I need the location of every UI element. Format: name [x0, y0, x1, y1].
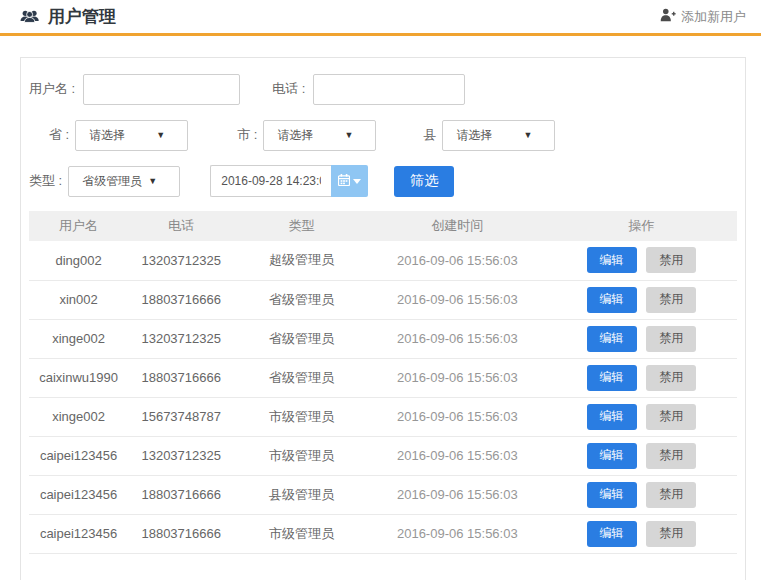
cell-username: ding002: [29, 241, 128, 280]
cell-actions: 编辑 禁用: [546, 514, 737, 553]
cell-actions: 编辑 禁用: [546, 280, 737, 319]
cell-actions: 编辑 禁用: [546, 436, 737, 475]
table-row: caixinwu1990 18803716666 省级管理员 2016-09-0…: [29, 358, 737, 397]
county-label: 县: [423, 126, 436, 144]
table-row: ding002 13203712325 超级管理员 2016-09-06 15:…: [29, 241, 737, 280]
edit-button[interactable]: 编辑: [587, 443, 637, 469]
cell-actions: 编辑 禁用: [546, 358, 737, 397]
cell-username: caipei123456: [29, 475, 128, 514]
chevron-down-icon: [353, 179, 361, 184]
city-label: 市 :: [237, 126, 257, 144]
cell-username: caipei123456: [29, 436, 128, 475]
cell-phone: 13203712325: [128, 436, 234, 475]
disable-button[interactable]: 禁用: [646, 521, 696, 547]
type-select-value: 省级管理员: [69, 173, 142, 190]
cell-username: caipei123456: [29, 514, 128, 553]
county-select[interactable]: 请选择 ▼: [442, 120, 555, 151]
chevron-down-icon: ▼: [524, 130, 533, 140]
table-row: caipei123456 13203712325 市级管理员 2016-09-0…: [29, 436, 737, 475]
edit-button[interactable]: 编辑: [587, 521, 637, 547]
cell-phone: 13203712325: [128, 319, 234, 358]
cell-actions: 编辑 禁用: [546, 241, 737, 280]
cell-created-time: 2016-09-06 15:56:03: [369, 514, 546, 553]
disable-button[interactable]: 禁用: [646, 365, 696, 391]
filter-button[interactable]: 筛选: [394, 166, 454, 197]
phone-input[interactable]: [313, 74, 465, 105]
cell-type: 省级管理员: [234, 280, 369, 319]
edit-button[interactable]: 编辑: [587, 247, 637, 273]
chevron-down-icon: ▼: [148, 176, 157, 186]
table-row: xin002 18803716666 省级管理员 2016-09-06 15:5…: [29, 280, 737, 319]
table-row: xinge002 15673748787 市级管理员 2016-09-06 15…: [29, 397, 737, 436]
cell-created-time: 2016-09-06 15:56:03: [369, 358, 546, 397]
username-label: 用户名 :: [29, 80, 75, 98]
disable-button[interactable]: 禁用: [646, 247, 696, 273]
filter-row-3: 类型 : 省级管理员 ▼: [29, 165, 737, 197]
disable-button[interactable]: 禁用: [646, 482, 696, 508]
cell-phone: 13203712325: [128, 241, 234, 280]
col-header-username: 用户名: [29, 211, 128, 241]
cell-type: 市级管理员: [234, 436, 369, 475]
cell-type: 省级管理员: [234, 319, 369, 358]
username-input[interactable]: [83, 74, 240, 105]
cell-username: xinge002: [29, 397, 128, 436]
filter-row-1: 用户名 : 电话 :: [29, 73, 737, 105]
table-body: ding002 13203712325 超级管理员 2016-09-06 15:…: [29, 241, 737, 553]
type-label: 类型 :: [29, 172, 62, 190]
cell-created-time: 2016-09-06 15:56:03: [369, 280, 546, 319]
page-title: 用户管理: [48, 5, 116, 28]
filter-form: 用户名 : 电话 : 省 : 请选择 ▼ 市 : 请选择 ▼ 县 请选择 ▼ 类…: [21, 58, 745, 197]
col-header-type: 类型: [234, 211, 369, 241]
cell-phone: 18803716666: [128, 358, 234, 397]
cell-actions: 编辑 禁用: [546, 319, 737, 358]
table-header-row: 用户名 电话 类型 创建时间 操作: [29, 211, 737, 241]
disable-button[interactable]: 禁用: [646, 443, 696, 469]
col-header-actions: 操作: [546, 211, 737, 241]
city-select[interactable]: 请选择 ▼: [263, 120, 376, 151]
accent-divider: [0, 33, 761, 36]
edit-button[interactable]: 编辑: [587, 404, 637, 430]
cell-phone: 18803716666: [128, 280, 234, 319]
col-header-created: 创建时间: [369, 211, 546, 241]
filter-row-2: 省 : 请选择 ▼ 市 : 请选择 ▼ 县 请选择 ▼: [29, 119, 737, 151]
phone-label: 电话 :: [272, 80, 305, 98]
cell-created-time: 2016-09-06 15:56:03: [369, 475, 546, 514]
edit-button[interactable]: 编辑: [587, 482, 637, 508]
province-select[interactable]: 请选择 ▼: [75, 120, 188, 151]
table-row: xinge002 13203712325 省级管理员 2016-09-06 15…: [29, 319, 737, 358]
province-label: 省 :: [49, 126, 69, 144]
province-select-value: 请选择: [76, 127, 125, 144]
cell-type: 超级管理员: [234, 241, 369, 280]
chevron-down-icon: ▼: [156, 130, 165, 140]
datetime-picker: [210, 165, 368, 197]
cell-created-time: 2016-09-06 15:56:03: [369, 436, 546, 475]
users-table-wrap: 用户名 电话 类型 创建时间 操作 ding002 13203712325 超级…: [29, 211, 737, 554]
cell-type: 县级管理员: [234, 475, 369, 514]
type-select[interactable]: 省级管理员 ▼: [68, 166, 180, 197]
table-row: caipei123456 18803716666 市级管理员 2016-09-0…: [29, 514, 737, 553]
datetime-input[interactable]: [210, 165, 331, 197]
chevron-down-icon: ▼: [345, 130, 354, 140]
users-group-icon: [20, 9, 41, 24]
calendar-icon: [338, 174, 350, 189]
cell-created-time: 2016-09-06 15:56:03: [369, 319, 546, 358]
page-title-wrap: 用户管理: [20, 5, 116, 28]
users-table: 用户名 电话 类型 创建时间 操作 ding002 13203712325 超级…: [29, 211, 737, 554]
disable-button[interactable]: 禁用: [646, 326, 696, 352]
cell-created-time: 2016-09-06 15:56:03: [369, 241, 546, 280]
cell-type: 省级管理员: [234, 358, 369, 397]
add-user-icon: [660, 8, 676, 26]
edit-button[interactable]: 编辑: [587, 287, 637, 313]
add-new-user-button[interactable]: 添加新用户: [660, 8, 746, 26]
cell-type: 市级管理员: [234, 514, 369, 553]
cell-actions: 编辑 禁用: [546, 397, 737, 436]
calendar-dropdown-button[interactable]: [331, 165, 368, 197]
main-panel: 用户名 : 电话 : 省 : 请选择 ▼ 市 : 请选择 ▼ 县 请选择 ▼ 类…: [20, 57, 746, 580]
edit-button[interactable]: 编辑: [587, 326, 637, 352]
add-user-label: 添加新用户: [681, 8, 746, 26]
disable-button[interactable]: 禁用: [646, 404, 696, 430]
cell-username: xinge002: [29, 319, 128, 358]
edit-button[interactable]: 编辑: [587, 365, 637, 391]
disable-button[interactable]: 禁用: [646, 287, 696, 313]
cell-username: caixinwu1990: [29, 358, 128, 397]
